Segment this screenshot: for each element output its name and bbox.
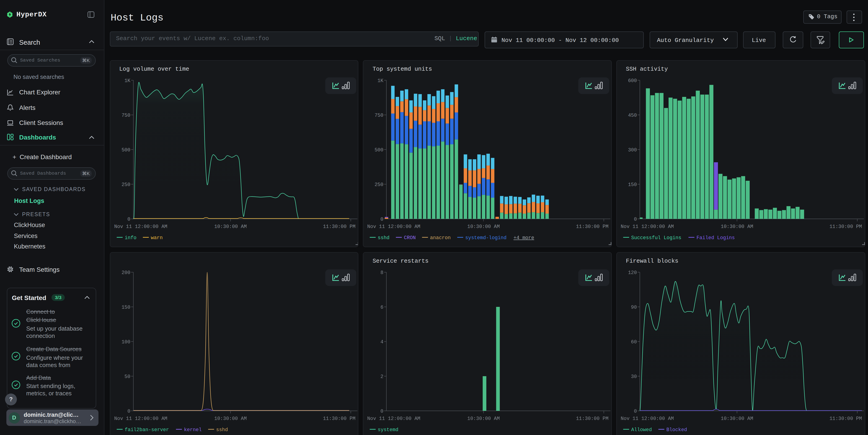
svg-text:CRON: CRON <box>404 235 416 240</box>
svg-text:100: 100 <box>121 339 130 344</box>
svg-text:6: 6 <box>380 304 383 310</box>
svg-text:10:30:00 AM: 10:30:00 AM <box>721 415 753 421</box>
svg-text:11:30:00 PM: 11:30:00 PM <box>830 415 862 421</box>
svg-text:Nov 11 12:00:00 AM: Nov 11 12:00:00 AM <box>114 415 167 421</box>
svg-text:Nov 11 12:00:00 AM: Nov 11 12:00:00 AM <box>114 224 167 229</box>
svg-text:sshd: sshd <box>216 427 228 432</box>
svg-text:Allowed: Allowed <box>631 427 652 432</box>
svg-text:10:30:00 AM: 10:30:00 AM <box>214 224 246 229</box>
svg-text:info: info <box>124 235 136 240</box>
svg-text:250: 250 <box>375 182 383 187</box>
svg-text:1K: 1K <box>124 78 130 83</box>
svg-text:50: 50 <box>124 374 130 379</box>
svg-text:+4 more: +4 more <box>514 235 534 240</box>
svg-text:10:30:00 AM: 10:30:00 AM <box>467 415 500 421</box>
svg-text:500: 500 <box>121 147 130 153</box>
svg-text:60: 60 <box>631 339 637 344</box>
svg-text:0: 0 <box>380 216 383 222</box>
svg-text:1K: 1K <box>377 78 383 83</box>
svg-text:Blocked: Blocked <box>666 427 687 432</box>
svg-text:11:30:00 PM: 11:30:00 PM <box>576 224 609 229</box>
svg-text:0: 0 <box>127 216 130 222</box>
svg-text:0: 0 <box>127 408 130 414</box>
svg-text:2: 2 <box>380 374 383 379</box>
svg-text:150: 150 <box>628 182 637 187</box>
svg-text:Failed Logins: Failed Logins <box>696 235 735 240</box>
svg-text:750: 750 <box>121 113 130 118</box>
svg-text:11:30:00 PM: 11:30:00 PM <box>323 415 355 421</box>
svg-text:warn: warn <box>151 235 162 240</box>
svg-text:Nov 11 12:00:00 AM: Nov 11 12:00:00 AM <box>367 415 420 421</box>
svg-text:systemd: systemd <box>378 427 398 432</box>
svg-text:4: 4 <box>380 339 383 344</box>
svg-text:0: 0 <box>634 216 637 222</box>
svg-text:Successful Logins: Successful Logins <box>631 235 681 240</box>
svg-text:0: 0 <box>380 408 383 414</box>
svg-text:Nov 11 12:00:00 AM: Nov 11 12:00:00 AM <box>621 224 674 229</box>
svg-text:0: 0 <box>634 408 637 414</box>
svg-text:kernel: kernel <box>184 427 202 432</box>
svg-text:250: 250 <box>121 182 130 187</box>
svg-text:750: 750 <box>375 113 383 118</box>
svg-text:30: 30 <box>631 374 637 379</box>
svg-text:systemd-logind: systemd-logind <box>465 235 506 240</box>
svg-text:90: 90 <box>631 304 637 310</box>
svg-text:150: 150 <box>121 304 130 310</box>
svg-text:Nov 11 12:00:00 AM: Nov 11 12:00:00 AM <box>367 224 420 229</box>
svg-text:11:30:00 PM: 11:30:00 PM <box>576 415 609 421</box>
svg-text:500: 500 <box>375 147 383 153</box>
svg-text:fail2ban-server: fail2ban-server <box>124 427 169 432</box>
svg-text:11:30:00 PM: 11:30:00 PM <box>323 224 355 229</box>
svg-text:10:30:00 AM: 10:30:00 AM <box>467 224 500 229</box>
svg-text:300: 300 <box>628 147 637 153</box>
svg-text:8: 8 <box>380 270 383 275</box>
svg-text:120: 120 <box>628 270 637 275</box>
svg-text:10:30:00 AM: 10:30:00 AM <box>214 415 246 421</box>
svg-text:Nov 11 12:00:00 AM: Nov 11 12:00:00 AM <box>621 415 674 421</box>
svg-text:sshd: sshd <box>378 235 390 240</box>
svg-text:200: 200 <box>121 270 130 275</box>
svg-text:600: 600 <box>628 78 637 83</box>
svg-text:10:30:00 AM: 10:30:00 AM <box>721 224 753 229</box>
svg-text:11:30:00 PM: 11:30:00 PM <box>830 224 862 229</box>
svg-text:450: 450 <box>628 113 637 118</box>
svg-text:anacron: anacron <box>430 235 451 240</box>
